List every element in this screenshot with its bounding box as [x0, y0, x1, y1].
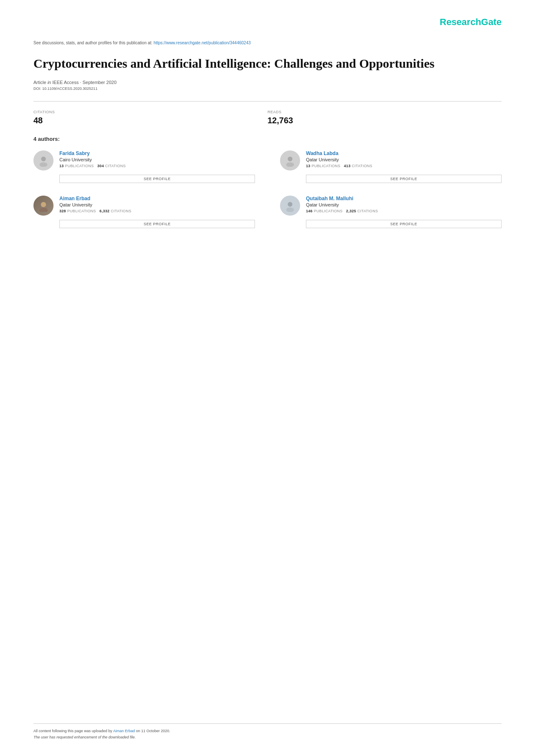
- footer-upload-text: All content following this page was uplo…: [33, 729, 502, 733]
- svg-point-1: [40, 162, 48, 167]
- author-info-row-4: Qutaibah M. Malluhi Qatar University 146…: [280, 196, 502, 216]
- article-meta: Article in IEEE Access · September 2020: [33, 80, 502, 85]
- svg-point-5: [39, 208, 48, 212]
- svg-point-6: [288, 202, 292, 206]
- brand-logo[interactable]: ResearchGate: [440, 17, 502, 28]
- author-stats-2: 13 PUBLICATIONS 413 CITATIONS: [306, 164, 502, 168]
- source-url[interactable]: https://www.researchgate.net/publication…: [153, 41, 250, 45]
- author-details-4: Qutaibah M. Malluhi Qatar University 146…: [306, 196, 502, 213]
- footer-note: The user has requested enhancement of th…: [33, 735, 502, 739]
- author-card-4: Qutaibah M. Malluhi Qatar University 146…: [280, 196, 502, 228]
- citations-label: CITATIONS: [33, 110, 251, 114]
- doi-label: DOI:: [33, 87, 41, 91]
- top-bar: ResearchGate: [33, 17, 502, 28]
- svg-point-4: [41, 202, 46, 207]
- see-profile-button-4[interactable]: SEE PROFILE: [306, 220, 502, 228]
- author-card-2: Wadha Labda Qatar University 13 PUBLICAT…: [280, 150, 502, 183]
- author-avatar-1: [33, 150, 54, 171]
- author-avatar-2: [280, 150, 300, 171]
- author-info-row-2: Wadha Labda Qatar University 13 PUBLICAT…: [280, 150, 502, 171]
- reads-label: READS: [268, 110, 485, 114]
- svg-point-3: [286, 162, 294, 167]
- authors-grid: Farida Sabry Cairo University 13 PUBLICA…: [33, 150, 502, 228]
- source-line: See discussions, stats, and author profi…: [33, 40, 502, 46]
- page-title: Cryptocurrencies and Artificial Intellig…: [33, 55, 502, 71]
- article-date: September 2020: [82, 80, 116, 85]
- citations-value: 48: [33, 116, 251, 125]
- author-institution-1: Cairo University: [59, 157, 255, 162]
- article-journal: IEEE Access: [52, 80, 79, 85]
- footer-text-suffix: on 11 October 2020.: [136, 729, 170, 733]
- reads-value: 12,763: [268, 116, 485, 125]
- author-name-2[interactable]: Wadha Labda: [306, 150, 502, 156]
- svg-point-0: [41, 157, 46, 161]
- author-name-3[interactable]: Aiman Erbad: [59, 196, 255, 201]
- author-details-2: Wadha Labda Qatar University 13 PUBLICAT…: [306, 150, 502, 168]
- svg-point-7: [286, 207, 294, 212]
- author-avatar-4: [280, 196, 300, 216]
- author-card-3: Aiman Erbad Qatar University 328 PUBLICA…: [33, 196, 255, 228]
- page-footer: All content following this page was uplo…: [33, 723, 502, 739]
- author-name-1[interactable]: Farida Sabry: [59, 150, 255, 156]
- stats-row: CITATIONS 48 READS 12,763: [33, 110, 502, 125]
- author-info-row-3: Aiman Erbad Qatar University 328 PUBLICA…: [33, 196, 255, 216]
- author-stats-3: 328 PUBLICATIONS 6,332 CITATIONS: [59, 209, 255, 213]
- stats-divider: [33, 101, 502, 102]
- article-in: in: [48, 80, 53, 85]
- see-profile-button-2[interactable]: SEE PROFILE: [306, 175, 502, 183]
- author-details-1: Farida Sabry Cairo University 13 PUBLICA…: [59, 150, 255, 168]
- footer-text-prefix: All content following this page was uplo…: [33, 729, 112, 733]
- see-profile-button-1[interactable]: SEE PROFILE: [59, 175, 255, 183]
- authors-label: 4 authors:: [33, 136, 502, 142]
- author-stats-1: 13 PUBLICATIONS 304 CITATIONS: [59, 164, 255, 168]
- footer-uploader-link[interactable]: Aiman Erbad: [113, 729, 135, 733]
- author-details-3: Aiman Erbad Qatar University 328 PUBLICA…: [59, 196, 255, 213]
- svg-point-2: [288, 157, 292, 161]
- article-type: Article: [33, 80, 46, 85]
- footer-divider: [33, 723, 502, 724]
- citations-block: CITATIONS 48: [33, 110, 268, 125]
- doi-line: DOI: 10.1109/ACCESS.2020.3025211: [33, 87, 502, 91]
- author-name-4[interactable]: Qutaibah M. Malluhi: [306, 196, 502, 201]
- author-institution-3: Qatar University: [59, 202, 255, 207]
- source-text: See discussions, stats, and author profi…: [33, 41, 153, 45]
- see-profile-button-3[interactable]: SEE PROFILE: [59, 220, 255, 228]
- author-stats-4: 146 PUBLICATIONS 2,325 CITATIONS: [306, 209, 502, 213]
- doi-value: 10.1109/ACCESS.2020.3025211: [42, 87, 97, 91]
- author-institution-2: Qatar University: [306, 157, 502, 162]
- author-info-row-1: Farida Sabry Cairo University 13 PUBLICA…: [33, 150, 255, 171]
- author-card-1: Farida Sabry Cairo University 13 PUBLICA…: [33, 150, 255, 183]
- author-avatar-3: [33, 196, 54, 216]
- reads-block: READS 12,763: [268, 110, 502, 125]
- author-institution-4: Qatar University: [306, 202, 502, 207]
